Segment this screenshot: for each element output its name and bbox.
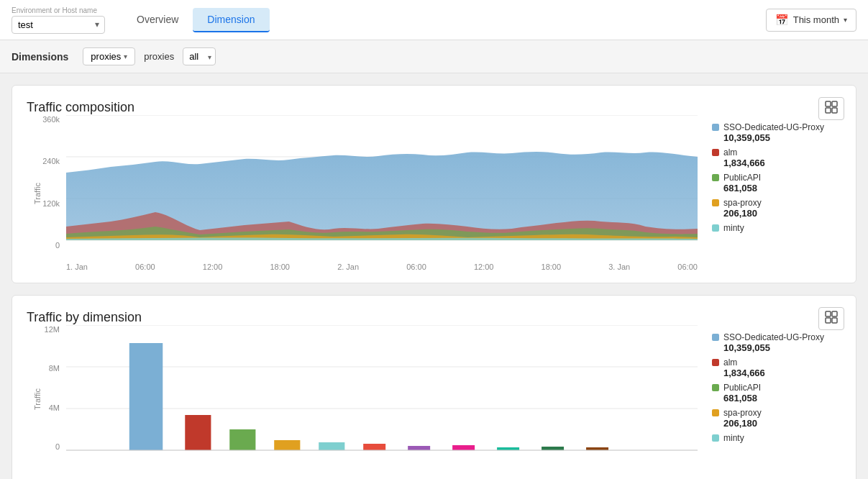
traffic-composition-title: Traffic composition [27, 100, 134, 114]
legend-name-minty-2: minty [723, 433, 744, 443]
legend-item-spa: spa-proxy 206,180 [712, 198, 841, 219]
all-select-wrapper[interactable]: all [183, 47, 216, 65]
legend-dot-sso-2 [712, 334, 719, 341]
svg-rect-3 [832, 108, 837, 113]
bar-bar8 [452, 445, 475, 450]
bar-spa [274, 440, 300, 450]
date-filter-button[interactable]: 📅 This month ▾ [766, 9, 856, 32]
y-label-360k: 360k [42, 115, 60, 124]
legend-value-alm: 1,834,666 [712, 158, 841, 168]
svg-rect-8 [826, 311, 831, 316]
env-label: Environment or Host name [12, 6, 105, 14]
svg-rect-11 [832, 318, 837, 323]
legend-value-spa: 206,180 [712, 208, 841, 219]
legend-name-spa-2: spa-proxy [723, 408, 762, 418]
traffic-by-dimension-export-btn[interactable] [818, 307, 844, 330]
bar-alm [185, 415, 211, 450]
x-label-1800-2: 18:00 [542, 263, 562, 271]
legend-item-minty-2: minty [712, 433, 841, 443]
tab-dimension[interactable]: Dimension [193, 8, 269, 32]
legend-dot-alm [712, 149, 719, 156]
y-axis-2: 12M 8M 4M 0 [27, 325, 63, 451]
traffic-composition-body: Traffic 360k 240k 120k 0 [27, 115, 841, 271]
y-label-120k: 120k [42, 199, 60, 208]
y-label-4m: 4M [49, 403, 60, 412]
legend-item-alm: alm 1,834,666 [712, 147, 841, 168]
y-label-12m: 12M [45, 325, 60, 334]
legend-value-publicapi: 681,058 [712, 183, 841, 193]
dimension-filter-proxies-1[interactable]: proxies ▾ [83, 47, 135, 65]
legend-item-publicapi: PublicAPI 681,058 [712, 173, 841, 193]
x-label-0600-1: 06:00 [135, 263, 155, 271]
y-label-8m: 8M [49, 364, 60, 373]
legend-dot-spa-2 [712, 409, 719, 416]
x-label-1200-2: 12:00 [474, 263, 494, 271]
main-content: Traffic composition Traffic 360k 240k 12… [0, 73, 868, 479]
dimensions-label: Dimensions [12, 51, 68, 63]
legend-item-alm-2: alm 1,834,666 [712, 357, 841, 378]
x-axis-labels: 1. Jan 06:00 12:00 18:00 2. Jan 06:00 12… [66, 263, 698, 271]
traffic-composition-area: Traffic 360k 240k 120k 0 [27, 115, 698, 271]
all-select[interactable]: all [183, 47, 216, 65]
traffic-composition-card: Traffic composition Traffic 360k 240k 12… [12, 85, 856, 283]
legend-name-alm-2: alm [723, 357, 737, 368]
traffic-by-dimension-title: Traffic by dimension [27, 310, 142, 324]
legend-dot-alm-2 [712, 359, 719, 366]
bar-bar7 [408, 446, 430, 450]
legend-dot-publicapi-2 [712, 384, 719, 391]
legend-name-sso: SSO-Dedicated-UG-Proxy [723, 122, 824, 132]
legend-name-minty: minty [723, 223, 744, 233]
legend-item-sso: SSO-Dedicated-UG-Proxy 10,359,055 [712, 122, 841, 143]
svg-rect-10 [826, 318, 831, 323]
legend-dot-spa [712, 199, 719, 206]
x-label-1jan: 1. Jan [66, 263, 88, 271]
traffic-by-dimension-body: Traffic 12M 8M 4M 0 [27, 325, 841, 473]
x-label-1800-1: 18:00 [270, 263, 290, 271]
legend-name-publicapi: PublicAPI [723, 173, 761, 183]
legend-dot-minty-2 [712, 434, 719, 442]
svg-rect-2 [826, 108, 831, 113]
bar-sso [129, 343, 163, 450]
bar-bar6 [363, 444, 385, 450]
x-label-0600-2: 06:00 [406, 263, 426, 271]
tab-overview[interactable]: Overview [122, 8, 193, 32]
traffic-composition-chart-inner [66, 115, 698, 241]
area-chart-svg [66, 115, 698, 241]
dimension-filter-label-2: proxies [144, 51, 174, 62]
bar-bar10 [542, 447, 564, 450]
bar-bar11 [586, 447, 608, 450]
bar-chart-inner [66, 325, 698, 451]
bar-chart-svg [66, 325, 698, 451]
legend-dot-minty [712, 224, 719, 232]
dimensions-bar: Dimensions proxies ▾ proxies all [0, 40, 868, 73]
calendar-icon: 📅 [775, 14, 789, 27]
legend-name-spa: spa-proxy [723, 198, 762, 208]
chevron-down-icon-1: ▾ [124, 53, 127, 60]
traffic-composition-export-btn[interactable] [818, 97, 844, 120]
legend-value-sso: 10,359,055 [712, 132, 841, 143]
env-selector-wrap: Environment or Host name test [12, 6, 105, 34]
y-label-240k: 240k [42, 157, 60, 165]
svg-rect-1 [832, 101, 837, 106]
legend-value-sso-2: 10,359,055 [712, 342, 841, 353]
env-select-wrapper[interactable]: test [12, 16, 105, 34]
traffic-by-dimension-card: Traffic by dimension Traffic 12M 8M 4M 0 [12, 295, 856, 479]
x-label-1200-1: 12:00 [203, 263, 223, 271]
y-label-0-2: 0 [55, 442, 60, 451]
top-bar-right: 📅 This month ▾ [766, 9, 856, 32]
y-label-0: 0 [55, 241, 60, 250]
legend-item-minty: minty [712, 223, 841, 233]
legend-value-publicapi-2: 681,058 [712, 393, 841, 403]
legend-name-sso-2: SSO-Dedicated-UG-Proxy [723, 332, 824, 342]
legend-item-spa-2: spa-proxy 206,180 [712, 408, 841, 429]
legend-name-publicapi-2: PublicAPI [723, 383, 761, 393]
top-bar: Environment or Host name test Overview D… [0, 0, 868, 40]
x-label-2jan: 2. Jan [337, 263, 359, 271]
x-label-3jan: 3. Jan [608, 263, 630, 271]
env-select[interactable]: test [12, 16, 105, 34]
bar-publicapi [229, 429, 255, 450]
y-axis: 360k 240k 120k 0 [27, 115, 63, 250]
legend-value-spa-2: 206,180 [712, 418, 841, 429]
legend-item-publicapi-2: PublicAPI 681,058 [712, 383, 841, 403]
bar-bar9 [497, 447, 519, 450]
